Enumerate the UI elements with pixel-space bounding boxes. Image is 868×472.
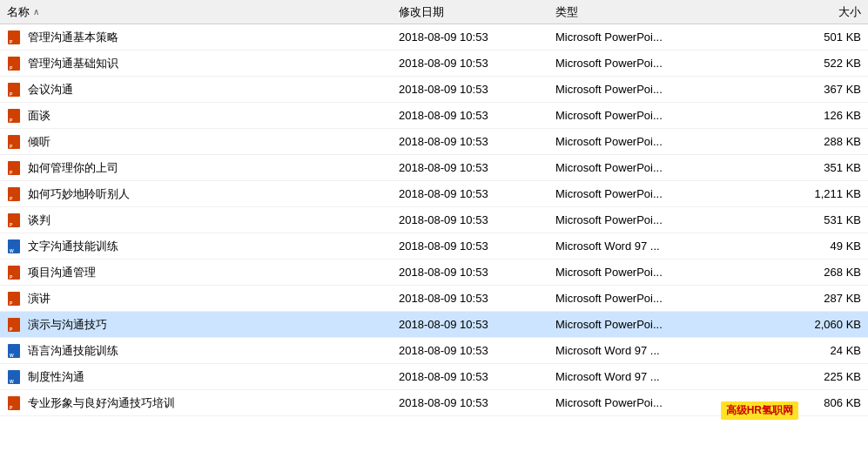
file-name-text: 项目沟通管理 <box>28 265 96 280</box>
file-name-cell: P 会议沟通 <box>0 78 392 102</box>
file-date-cell: 2018-08-09 10:53 <box>392 158 548 178</box>
word-icon: W <box>7 368 23 386</box>
table-row[interactable]: P 如何管理你的上司 2018-08-09 10:53 Microsoft Po… <box>0 155 868 181</box>
file-date-cell: 2018-08-09 10:53 <box>392 341 548 361</box>
file-name-cell: P 项目沟通管理 <box>0 260 392 285</box>
file-date-cell: 2018-08-09 10:53 <box>392 314 548 334</box>
file-name-text: 如何管理你的上司 <box>28 160 118 176</box>
file-name-text: 面谈 <box>28 108 50 124</box>
file-name-cell: P 演示与沟通技巧 <box>0 313 392 337</box>
file-name-text: 如何巧妙地聆听别人 <box>28 186 130 202</box>
file-type-cell: Microsoft Word 97 ... <box>548 367 740 387</box>
header-name[interactable]: 名称 ∧ <box>0 1 392 24</box>
file-date-cell: 2018-08-09 10:53 <box>392 79 548 99</box>
column-header: 名称 ∧ 修改日期 类型 大小 <box>0 0 868 24</box>
word-icon: W <box>7 342 23 360</box>
file-date-cell: 2018-08-09 10:53 <box>392 105 548 125</box>
file-size-cell: 287 KB <box>740 288 868 308</box>
header-type[interactable]: 类型 <box>548 1 740 24</box>
file-name-text: 谈判 <box>28 212 50 228</box>
file-name-text: 语言沟通技能训练 <box>28 343 118 359</box>
table-row[interactable]: P 管理沟通基本策略 2018-08-09 10:53 Microsoft Po… <box>0 24 868 51</box>
file-type-cell: Microsoft PowerPoi... <box>548 314 740 334</box>
file-type-cell: Microsoft PowerPoi... <box>548 53 740 73</box>
file-name-cell: P 管理沟通基础知识 <box>0 51 392 76</box>
file-date-cell: 2018-08-09 10:53 <box>392 53 548 73</box>
file-date-cell: 2018-08-09 10:53 <box>392 236 548 256</box>
table-row[interactable]: W 制度性沟通 2018-08-09 10:53 Microsoft Word … <box>0 364 868 390</box>
file-size-cell: 24 KB <box>740 341 868 361</box>
ppt-icon: P <box>7 185 23 203</box>
ppt-icon: P <box>7 55 23 72</box>
ppt-icon: P <box>7 394 23 412</box>
table-row[interactable]: P 项目沟通管理 2018-08-09 10:53 Microsoft Powe… <box>0 260 868 286</box>
file-type-cell: Microsoft PowerPoi... <box>548 131 740 152</box>
file-name-cell: P 倾听 <box>0 130 392 154</box>
file-name-cell: W 语言沟通技能训练 <box>0 339 392 363</box>
table-row[interactable]: P 管理沟通基础知识 2018-08-09 10:53 Microsoft Po… <box>0 51 868 77</box>
file-list: 名称 ∧ 修改日期 类型 大小 P 管理沟通基本策略 2018-08-09 10… <box>0 0 868 472</box>
sort-arrow-icon: ∧ <box>33 7 39 17</box>
file-name-text: 演讲 <box>28 291 50 307</box>
file-name-cell: P 专业形象与良好沟通技巧培训 <box>0 391 392 415</box>
file-type-cell: Microsoft PowerPoi... <box>548 393 740 413</box>
ppt-icon: P <box>7 316 23 334</box>
file-size-cell: 126 KB <box>740 105 868 125</box>
file-size-cell: 501 KB <box>740 27 868 47</box>
header-size[interactable]: 大小 <box>740 1 868 24</box>
file-type-cell: Microsoft Word 97 ... <box>548 341 740 361</box>
table-row[interactable]: P 如何巧妙地聆听别人 2018-08-09 10:53 Microsoft P… <box>0 181 868 207</box>
file-size-cell: 367 KB <box>740 79 868 99</box>
file-name-cell: W 文字沟通技能训练 <box>0 234 392 259</box>
file-name-text: 文字沟通技能训练 <box>28 239 118 254</box>
file-size-cell: 268 KB <box>740 262 868 282</box>
file-name-text: 制度性沟通 <box>28 369 84 385</box>
file-date-cell: 2018-08-09 10:53 <box>392 262 548 282</box>
file-type-cell: Microsoft Word 97 ... <box>548 236 740 256</box>
file-name-cell: P 如何管理你的上司 <box>0 156 392 180</box>
header-date-label: 修改日期 <box>399 5 444 18</box>
table-row[interactable]: P 会议沟通 2018-08-09 10:53 Microsoft PowerP… <box>0 77 868 103</box>
file-name-text: 管理沟通基本策略 <box>28 30 118 45</box>
ppt-icon: P <box>7 264 23 281</box>
ppt-icon: P <box>7 133 23 151</box>
file-name-cell: P 如何巧妙地聆听别人 <box>0 182 392 206</box>
file-name-cell: P 谈判 <box>0 208 392 233</box>
header-date[interactable]: 修改日期 <box>392 1 548 24</box>
file-size-cell: 531 KB <box>740 210 868 230</box>
table-row[interactable]: W 语言沟通技能训练 2018-08-09 10:53 Microsoft Wo… <box>0 338 868 364</box>
file-date-cell: 2018-08-09 10:53 <box>392 367 548 387</box>
table-row[interactable]: W 文字沟通技能训练 2018-08-09 10:53 Microsoft Wo… <box>0 233 868 260</box>
file-type-cell: Microsoft PowerPoi... <box>548 288 740 308</box>
ppt-icon: P <box>7 81 23 98</box>
file-name-text: 演示与沟通技巧 <box>28 317 107 333</box>
ppt-icon: P <box>7 29 23 46</box>
file-name-text: 专业形象与良好沟通技巧培训 <box>28 395 175 411</box>
file-type-cell: Microsoft PowerPoi... <box>548 158 740 178</box>
file-size-cell: 2,060 KB <box>740 314 868 334</box>
ppt-icon: P <box>7 159 23 177</box>
word-icon: W <box>7 238 23 255</box>
table-row[interactable]: P 面谈 2018-08-09 10:53 Microsoft PowerPoi… <box>0 103 868 129</box>
file-size-cell: 351 KB <box>740 158 868 178</box>
file-size-cell: 49 KB <box>740 236 868 256</box>
table-row[interactable]: P 演讲 2018-08-09 10:53 Microsoft PowerPoi… <box>0 286 868 312</box>
table-row[interactable]: P 倾听 2018-08-09 10:53 Microsoft PowerPoi… <box>0 129 868 155</box>
ppt-icon: P <box>7 107 23 125</box>
table-row[interactable]: P 谈判 2018-08-09 10:53 Microsoft PowerPoi… <box>0 207 868 233</box>
ppt-icon: P <box>7 212 23 229</box>
file-name-cell: W 制度性沟通 <box>0 365 392 389</box>
file-size-cell: 522 KB <box>740 53 868 73</box>
file-size-cell: 225 KB <box>740 367 868 387</box>
header-size-label: 大小 <box>838 5 861 18</box>
table-row[interactable]: P 专业形象与良好沟通技巧培训 2018-08-09 10:53 Microso… <box>0 390 868 416</box>
file-name-text: 倾听 <box>28 134 50 150</box>
file-name-text: 会议沟通 <box>28 82 73 98</box>
header-type-label: 类型 <box>555 5 578 18</box>
file-type-cell: Microsoft PowerPoi... <box>548 105 740 125</box>
file-date-cell: 2018-08-09 10:53 <box>392 27 548 47</box>
table-row[interactable]: P 演示与沟通技巧 2018-08-09 10:53 Microsoft Pow… <box>0 312 868 338</box>
file-name-text: 管理沟通基础知识 <box>28 56 118 71</box>
file-date-cell: 2018-08-09 10:53 <box>392 288 548 308</box>
file-type-cell: Microsoft PowerPoi... <box>548 210 740 230</box>
